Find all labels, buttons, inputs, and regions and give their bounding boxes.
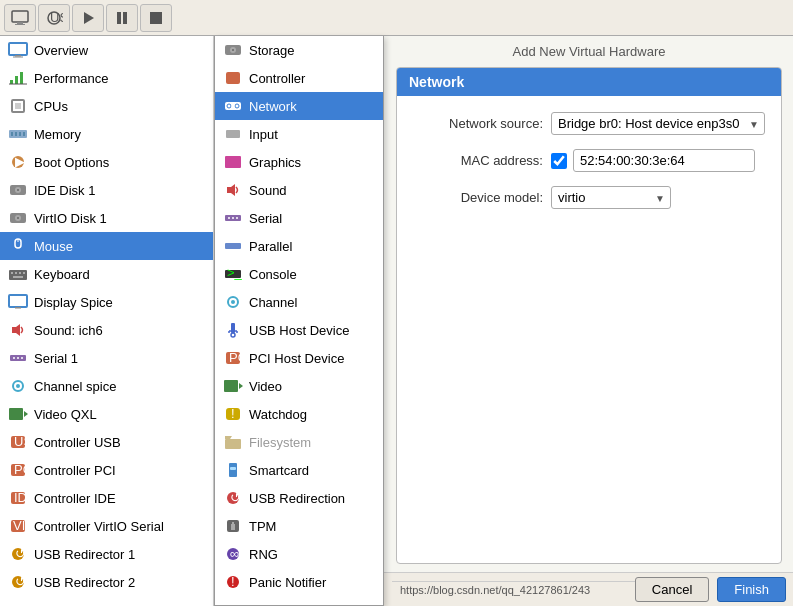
svg-rect-36 [19, 272, 21, 274]
dropdown-item-storage[interactable]: Storage [215, 36, 383, 64]
content-area: Add New Virtual Hardware Network Network… [384, 36, 793, 606]
memory-icon [8, 124, 28, 144]
network-source-select-wrapper[interactable]: Bridge br0: Host device enp3s0 [551, 112, 765, 135]
dropdown-item-usb-redirection[interactable]: ↺ USB Redirection [215, 484, 383, 512]
svg-point-67 [227, 104, 231, 108]
sidebar-item-overview-label: Overview [34, 43, 88, 58]
sidebar-item-memory-label: Memory [34, 127, 81, 142]
stop-button[interactable] [140, 4, 172, 32]
panic-notifier-dd-icon: ! [223, 572, 243, 592]
video-qxl-icon [8, 404, 28, 424]
sidebar-item-controller-virtio[interactable]: VIO Controller VirtIO Serial [0, 512, 213, 540]
sidebar-item-overview[interactable]: Overview [0, 36, 213, 64]
dropdown-item-panic-notifier[interactable]: ! Panic Notifier [215, 568, 383, 596]
svg-marker-41 [12, 324, 20, 336]
svg-rect-22 [23, 132, 25, 136]
controller-pci-icon: PCI [8, 460, 28, 480]
main-layout: Overview Performance CPUs Memory ▶ Boot … [0, 36, 793, 606]
svg-rect-11 [13, 57, 23, 58]
mac-address-checkbox[interactable] [551, 153, 567, 169]
svg-text:PCI: PCI [229, 350, 243, 365]
keyboard-icon [8, 264, 28, 284]
network-source-row: Network source: Bridge br0: Host device … [413, 112, 765, 135]
dropdown-item-rng[interactable]: ∞ RNG [215, 540, 383, 568]
mac-address-input[interactable] [573, 149, 755, 172]
sidebar-item-mouse[interactable]: Mouse [0, 232, 213, 260]
sidebar-item-display-spice[interactable]: Display Spice [0, 288, 213, 316]
dropdown-item-rng-label: RNG [249, 547, 278, 562]
controller-dd-icon [223, 68, 243, 88]
filesystem-dd-icon [223, 432, 243, 452]
dropdown-item-console[interactable]: >_ Console [215, 260, 383, 288]
sidebar-item-controller-usb[interactable]: USB Controller USB [0, 428, 213, 456]
sidebar-item-boot-options[interactable]: ▶ Boot Options [0, 148, 213, 176]
dropdown-item-input[interactable]: Input [215, 120, 383, 148]
ide-disk-icon [8, 180, 28, 200]
sidebar-item-sound-ich6[interactable]: Sound: ich6 [0, 316, 213, 344]
graphics-dd-icon [223, 152, 243, 172]
sound-dd-icon [223, 180, 243, 200]
finish-button[interactable]: Finish [717, 577, 786, 602]
dropdown-item-smartcard[interactable]: Smartcard [215, 456, 383, 484]
sidebar-item-serial1-label: Serial 1 [34, 351, 78, 366]
device-model-select[interactable]: virtio [551, 186, 671, 209]
svg-rect-77 [225, 243, 241, 249]
status-and-buttons-bar: https://blog.csdn.net/qq_42127861/243 Ca… [384, 572, 793, 606]
sidebar-item-memory[interactable]: Memory [0, 120, 213, 148]
sidebar-item-usb-redirector1[interactable]: ↺ USB Redirector 1 [0, 540, 213, 568]
play-button[interactable] [72, 4, 104, 32]
sidebar-item-usb-redirector2[interactable]: ↺ USB Redirector 2 [0, 568, 213, 596]
svg-rect-40 [15, 307, 21, 309]
svg-rect-10 [15, 55, 21, 57]
controller-virtio-icon: VIO [8, 516, 28, 536]
sidebar-item-performance[interactable]: Performance [0, 64, 213, 92]
svg-rect-7 [123, 12, 127, 24]
sidebar-item-controller-ide[interactable]: IDE Controller IDE [0, 484, 213, 512]
dropdown-item-sound[interactable]: Sound [215, 176, 383, 204]
svg-text:↺: ↺ [15, 546, 26, 561]
dropdown-item-network[interactable]: Network [215, 92, 383, 120]
sidebar-item-cpus[interactable]: CPUs [0, 92, 213, 120]
dropdown-item-pci-host-device[interactable]: PCI PCI Host Device [215, 344, 383, 372]
dropdown-item-tpm[interactable]: TPM [215, 512, 383, 540]
svg-point-74 [228, 217, 230, 219]
network-source-select[interactable]: Bridge br0: Host device enp3s0 [551, 112, 765, 135]
chart-icon [8, 68, 28, 88]
serial-dd-icon [223, 208, 243, 228]
dropdown-item-channel[interactable]: Channel [215, 288, 383, 316]
svg-point-27 [17, 189, 19, 191]
sidebar-item-keyboard[interactable]: Keyboard [0, 260, 213, 288]
svg-rect-20 [15, 132, 17, 136]
sidebar-item-virtio-disk[interactable]: VirtIO Disk 1 [0, 204, 213, 232]
cancel-button[interactable]: Cancel [635, 577, 709, 602]
dropdown-item-controller[interactable]: Controller [215, 64, 383, 92]
rng-dd-icon: ∞ [223, 544, 243, 564]
sidebar-item-channel-spice[interactable]: Channel spice [0, 372, 213, 400]
sidebar-item-ide-disk-label: IDE Disk 1 [34, 183, 95, 198]
sidebar-item-cpus-label: CPUs [34, 99, 68, 114]
bottom-buttons: Cancel Finish [635, 577, 786, 602]
sidebar-item-controller-pci[interactable]: PCI Controller PCI [0, 456, 213, 484]
sidebar-item-serial1[interactable]: Serial 1 [0, 344, 213, 372]
svg-rect-12 [10, 80, 13, 84]
mac-address-label: MAC address: [413, 153, 543, 168]
dropdown-item-video[interactable]: Video [215, 372, 383, 400]
mac-address-control [551, 149, 765, 172]
svg-rect-89 [224, 380, 238, 392]
dropdown-item-graphics[interactable]: Graphics [215, 148, 383, 176]
dropdown-item-usb-host-device[interactable]: USB Host Device [215, 316, 383, 344]
sidebar-item-video-qxl[interactable]: Video QXL [0, 400, 213, 428]
cpu-icon [8, 96, 28, 116]
device-model-select-wrapper[interactable]: virtio [551, 186, 671, 209]
svg-point-64 [232, 49, 234, 51]
monitor-button[interactable] [4, 4, 36, 32]
dropdown-item-parallel[interactable]: Parallel [215, 232, 383, 260]
svg-marker-90 [239, 383, 243, 389]
sidebar-item-ide-disk[interactable]: IDE Disk 1 [0, 176, 213, 204]
dropdown-item-watchdog[interactable]: ! Watchdog [215, 400, 383, 428]
dropdown-item-serial[interactable]: Serial [215, 204, 383, 232]
usb-host-device-dd-icon [223, 320, 243, 340]
pause-button[interactable] [106, 4, 138, 32]
virtio-disk-icon [8, 208, 28, 228]
usb-button[interactable]: USB [38, 4, 70, 32]
